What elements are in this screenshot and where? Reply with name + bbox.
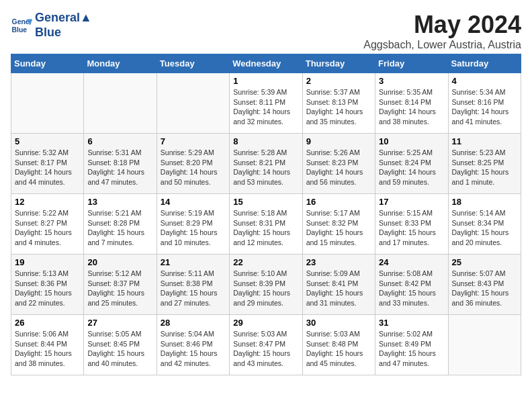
day-number: 31 bbox=[379, 318, 444, 328]
calendar-header-cell: Tuesday bbox=[157, 54, 229, 73]
calendar-cell: 4Sunrise: 5:34 AM Sunset: 8:16 PM Daylig… bbox=[448, 73, 521, 134]
calendar-cell: 1Sunrise: 5:39 AM Sunset: 8:11 PM Daylig… bbox=[230, 73, 302, 134]
day-info: Sunrise: 5:17 AM Sunset: 8:32 PM Dayligh… bbox=[306, 208, 371, 248]
calendar-cell bbox=[448, 315, 521, 375]
calendar-cell: 16Sunrise: 5:17 AM Sunset: 8:32 PM Dayli… bbox=[302, 194, 375, 255]
day-number: 11 bbox=[452, 136, 517, 146]
day-info: Sunrise: 5:29 AM Sunset: 8:20 PM Dayligh… bbox=[161, 148, 226, 187]
day-number: 13 bbox=[87, 197, 152, 207]
calendar-subtitle: Aggsbach, Lower Austria, Austria bbox=[363, 39, 521, 51]
calendar-cell: 22Sunrise: 5:10 AM Sunset: 8:39 PM Dayli… bbox=[230, 255, 302, 315]
day-number: 24 bbox=[379, 257, 444, 267]
day-number: 29 bbox=[233, 318, 298, 328]
title-block: May 2024 Aggsbach, Lower Austria, Austri… bbox=[363, 11, 521, 51]
calendar-cell: 13Sunrise: 5:21 AM Sunset: 8:28 PM Dayli… bbox=[84, 194, 157, 255]
day-number: 16 bbox=[306, 197, 371, 207]
calendar-cell: 31Sunrise: 5:02 AM Sunset: 8:49 PM Dayli… bbox=[375, 315, 448, 375]
calendar-header-cell: Saturday bbox=[448, 54, 521, 73]
day-number: 10 bbox=[379, 136, 444, 146]
day-info: Sunrise: 5:39 AM Sunset: 8:11 PM Dayligh… bbox=[233, 87, 298, 127]
day-info: Sunrise: 5:32 AM Sunset: 8:17 PM Dayligh… bbox=[15, 148, 80, 187]
day-info: Sunrise: 5:03 AM Sunset: 8:47 PM Dayligh… bbox=[233, 329, 298, 369]
logo: General Blue General▲ Blue bbox=[11, 11, 92, 40]
day-info: Sunrise: 5:23 AM Sunset: 8:25 PM Dayligh… bbox=[452, 148, 517, 187]
calendar-cell: 29Sunrise: 5:03 AM Sunset: 8:47 PM Dayli… bbox=[230, 315, 302, 375]
day-number: 6 bbox=[87, 136, 152, 146]
calendar-week-row: 5Sunrise: 5:32 AM Sunset: 8:17 PM Daylig… bbox=[11, 134, 521, 194]
day-info: Sunrise: 5:26 AM Sunset: 8:23 PM Dayligh… bbox=[306, 148, 371, 187]
day-number: 4 bbox=[452, 76, 517, 86]
day-info: Sunrise: 5:12 AM Sunset: 8:37 PM Dayligh… bbox=[87, 269, 152, 308]
calendar-cell: 30Sunrise: 5:03 AM Sunset: 8:48 PM Dayli… bbox=[302, 315, 375, 375]
calendar-cell bbox=[157, 73, 229, 134]
day-number: 25 bbox=[452, 257, 517, 267]
day-info: Sunrise: 5:37 AM Sunset: 8:13 PM Dayligh… bbox=[306, 87, 371, 127]
calendar-header-cell: Monday bbox=[84, 54, 157, 73]
calendar-cell: 17Sunrise: 5:15 AM Sunset: 8:33 PM Dayli… bbox=[375, 194, 448, 255]
calendar-cell: 7Sunrise: 5:29 AM Sunset: 8:20 PM Daylig… bbox=[157, 134, 229, 194]
logo-text: General▲ Blue bbox=[35, 11, 92, 40]
calendar-header-cell: Wednesday bbox=[230, 54, 302, 73]
day-number: 21 bbox=[161, 257, 226, 267]
day-number: 9 bbox=[306, 136, 371, 146]
day-number: 12 bbox=[15, 197, 80, 207]
calendar-cell: 2Sunrise: 5:37 AM Sunset: 8:13 PM Daylig… bbox=[302, 73, 375, 134]
day-info: Sunrise: 5:07 AM Sunset: 8:43 PM Dayligh… bbox=[452, 269, 517, 308]
calendar-cell: 20Sunrise: 5:12 AM Sunset: 8:37 PM Dayli… bbox=[84, 255, 157, 315]
day-info: Sunrise: 5:05 AM Sunset: 8:45 PM Dayligh… bbox=[87, 329, 152, 369]
day-info: Sunrise: 5:35 AM Sunset: 8:14 PM Dayligh… bbox=[379, 87, 444, 127]
day-info: Sunrise: 5:06 AM Sunset: 8:44 PM Dayligh… bbox=[15, 329, 80, 369]
day-info: Sunrise: 5:09 AM Sunset: 8:41 PM Dayligh… bbox=[306, 269, 371, 308]
day-info: Sunrise: 5:02 AM Sunset: 8:49 PM Dayligh… bbox=[379, 329, 444, 369]
calendar-cell: 25Sunrise: 5:07 AM Sunset: 8:43 PM Dayli… bbox=[448, 255, 521, 315]
calendar-cell: 5Sunrise: 5:32 AM Sunset: 8:17 PM Daylig… bbox=[11, 134, 84, 194]
day-number: 28 bbox=[161, 318, 226, 328]
calendar-cell: 18Sunrise: 5:14 AM Sunset: 8:34 PM Dayli… bbox=[448, 194, 521, 255]
calendar-cell: 6Sunrise: 5:31 AM Sunset: 8:18 PM Daylig… bbox=[84, 134, 157, 194]
calendar-cell: 12Sunrise: 5:22 AM Sunset: 8:27 PM Dayli… bbox=[11, 194, 84, 255]
calendar-cell: 26Sunrise: 5:06 AM Sunset: 8:44 PM Dayli… bbox=[11, 315, 84, 375]
calendar-week-row: 19Sunrise: 5:13 AM Sunset: 8:36 PM Dayli… bbox=[11, 255, 521, 315]
day-info: Sunrise: 5:28 AM Sunset: 8:21 PM Dayligh… bbox=[233, 148, 298, 187]
day-number: 18 bbox=[452, 197, 517, 207]
day-number: 5 bbox=[15, 136, 80, 146]
day-number: 8 bbox=[233, 136, 298, 146]
calendar-cell: 23Sunrise: 5:09 AM Sunset: 8:41 PM Dayli… bbox=[302, 255, 375, 315]
day-info: Sunrise: 5:14 AM Sunset: 8:34 PM Dayligh… bbox=[452, 208, 517, 248]
day-info: Sunrise: 5:03 AM Sunset: 8:48 PM Dayligh… bbox=[306, 329, 371, 369]
svg-text:Blue: Blue bbox=[12, 26, 28, 33]
day-info: Sunrise: 5:11 AM Sunset: 8:38 PM Dayligh… bbox=[161, 269, 226, 308]
calendar-header-cell: Friday bbox=[375, 54, 448, 73]
day-number: 3 bbox=[379, 76, 444, 86]
day-info: Sunrise: 5:08 AM Sunset: 8:42 PM Dayligh… bbox=[379, 269, 444, 308]
day-number: 23 bbox=[306, 257, 371, 267]
day-info: Sunrise: 5:22 AM Sunset: 8:27 PM Dayligh… bbox=[15, 208, 80, 248]
calendar-cell: 14Sunrise: 5:19 AM Sunset: 8:29 PM Dayli… bbox=[157, 194, 229, 255]
calendar-cell: 11Sunrise: 5:23 AM Sunset: 8:25 PM Dayli… bbox=[448, 134, 521, 194]
calendar-cell: 28Sunrise: 5:04 AM Sunset: 8:46 PM Dayli… bbox=[157, 315, 229, 375]
day-number: 14 bbox=[161, 197, 226, 207]
day-info: Sunrise: 5:31 AM Sunset: 8:18 PM Dayligh… bbox=[87, 148, 152, 187]
logo-icon: General Blue bbox=[11, 15, 32, 36]
calendar-cell: 9Sunrise: 5:26 AM Sunset: 8:23 PM Daylig… bbox=[302, 134, 375, 194]
day-info: Sunrise: 5:25 AM Sunset: 8:24 PM Dayligh… bbox=[379, 148, 444, 187]
day-info: Sunrise: 5:18 AM Sunset: 8:31 PM Dayligh… bbox=[233, 208, 298, 248]
day-info: Sunrise: 5:13 AM Sunset: 8:36 PM Dayligh… bbox=[15, 269, 80, 308]
calendar-header-cell: Sunday bbox=[11, 54, 84, 73]
day-number: 20 bbox=[87, 257, 152, 267]
calendar-body: 1Sunrise: 5:39 AM Sunset: 8:11 PM Daylig… bbox=[11, 73, 521, 375]
day-number: 22 bbox=[233, 257, 298, 267]
day-number: 15 bbox=[233, 197, 298, 207]
calendar-header-cell: Thursday bbox=[302, 54, 375, 73]
day-info: Sunrise: 5:21 AM Sunset: 8:28 PM Dayligh… bbox=[87, 208, 152, 248]
calendar-cell: 27Sunrise: 5:05 AM Sunset: 8:45 PM Dayli… bbox=[84, 315, 157, 375]
calendar-cell: 10Sunrise: 5:25 AM Sunset: 8:24 PM Dayli… bbox=[375, 134, 448, 194]
day-number: 1 bbox=[233, 76, 298, 86]
calendar-cell: 19Sunrise: 5:13 AM Sunset: 8:36 PM Dayli… bbox=[11, 255, 84, 315]
day-info: Sunrise: 5:15 AM Sunset: 8:33 PM Dayligh… bbox=[379, 208, 444, 248]
header: General Blue General▲ Blue May 2024 Aggs… bbox=[11, 11, 521, 51]
day-number: 26 bbox=[15, 318, 80, 328]
calendar-cell: 21Sunrise: 5:11 AM Sunset: 8:38 PM Dayli… bbox=[157, 255, 229, 315]
day-info: Sunrise: 5:10 AM Sunset: 8:39 PM Dayligh… bbox=[233, 269, 298, 308]
calendar-cell: 24Sunrise: 5:08 AM Sunset: 8:42 PM Dayli… bbox=[375, 255, 448, 315]
